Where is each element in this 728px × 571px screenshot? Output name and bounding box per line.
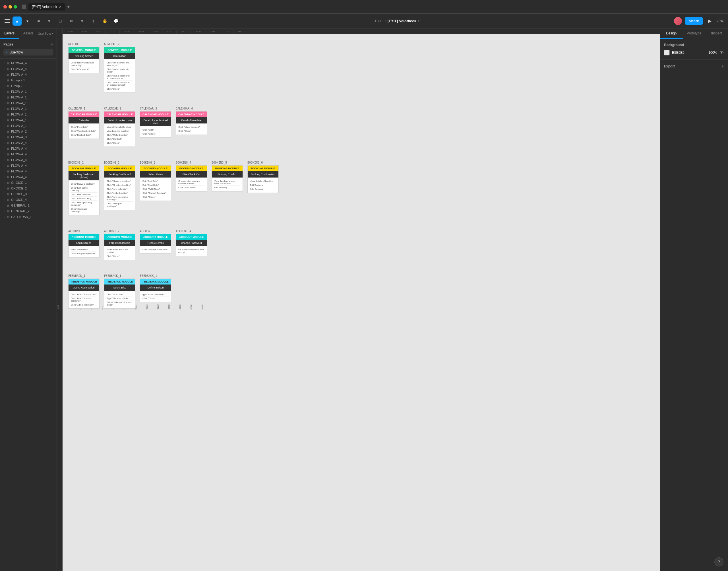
frames-row-account: ACCOUNT_1 ACCOUNT MODULE Login Screen Fi… [68,230,279,260]
tab-close-icon[interactable]: ✕ [59,5,62,9]
layer-item[interactable]: ⠿⊞FLOW-A_4 [0,163,56,168]
frame-account2[interactable]: ACCOUNT_2 ACCOUNT MODULE Forgot Credenti… [104,230,135,260]
shape-tool[interactable]: □ [56,16,65,26]
frame-booking2[interactable]: BOOKING_2 BOOKING MODULE Booking Dashboa… [104,161,135,210]
layer-item-group21[interactable]: ⠿⊞Group 2.1 [0,77,56,83]
frame-booking5[interactable]: BOOKING_5 BOOKING MODULE Booking Conflic… [211,161,243,192]
share-button[interactable]: Share [685,17,703,25]
close-button[interactable] [3,5,7,9]
tab-layers[interactable]: Layers [0,28,19,39]
breadcrumb-file[interactable]: [FYIT] Velotheek [388,19,416,23]
frame-actions: View still available bikes View booking … [104,123,135,146]
maximize-button[interactable] [14,5,17,9]
frame-title: Opening Screen [68,53,99,59]
layer-item-group2[interactable]: ⠿⊞Group 2 [0,83,56,89]
layer-item[interactable]: ⠿⊞FLOW-A_4 [0,72,56,77]
pen-tool[interactable]: ✏ [67,16,76,26]
frame-booking3[interactable]: BOOKING_3 BOOKING MODULE Select Dates Ed… [140,161,171,201]
action-item: Click "Close" [107,141,133,145]
frame-title: Booking Conflict [212,171,243,178]
badge-feedback: FEEDBACK MODULE [104,279,135,284]
comment-tool[interactable]: 💬 [112,16,121,26]
frame-feedback2[interactable]: FEEDBACK_1 FEEDBACK MODULE Select Bike C… [104,274,135,309]
layer-item[interactable]: ⠿⊞FLOW-A_1 [0,123,56,129]
pen-dropdown[interactable]: ▾ [78,16,87,26]
frame-account4[interactable]: ACCOUNT_4 ACCOUNT MODULE Change Password… [176,230,207,256]
tab-assets[interactable]: Assets [19,28,37,39]
layer-item[interactable]: ⠿⊞CHOICE_4 [0,197,56,203]
layer-item[interactable]: ⠿⊞FLOW-A_4 [0,168,56,174]
action-item: Click "view past bookings" [107,202,133,208]
frame-feedback3[interactable]: FEEDBACK_1 FEEDBACK MODULE Define Broken… [140,274,171,302]
frame-account1[interactable]: ACCOUNT_1 ACCOUNT MODULE Login Screen Fi… [68,230,100,257]
layer-item[interactable]: ⠿⊞FLOW-A_4 [0,174,56,180]
canvas-area[interactable]: 3000 3250 3500 3750 4000 4250 4500 4750 … [57,28,660,571]
visibility-icon[interactable]: 👁 [719,50,724,55]
frame-calendar1[interactable]: CALENDAR_1 CALENDAR MODULE Calendar Clic… [68,107,100,139]
layer-item[interactable]: ⠿⊞CHOICE_3 [0,191,56,197]
layer-item[interactable]: ⠿⊞FLOW-A_4 [0,60,56,66]
pages-label: Pages [3,42,13,46]
layer-item[interactable]: ⠿⊞CHOICE_1 [0,180,56,186]
layer-item[interactable]: ⠿⊞FLOW-A_3 [0,134,56,140]
frame-general1[interactable]: GENERAL_1 GENERAL MODULE Opening Screen … [68,43,100,73]
tab-design[interactable]: Design [660,28,683,39]
select-dropdown[interactable]: ▾ [23,16,32,26]
menu-button[interactable] [5,18,10,24]
frame-general2[interactable]: GENERAL_2 GENERAL MODULE Information Cli… [104,43,135,93]
select-tool[interactable]: ▲ [12,16,22,26]
layer-item[interactable]: ⠿⊞FLOW-A_1 [0,117,56,123]
layer-item[interactable]: ⠿⊞FLOW-A_4 [0,157,56,163]
add-page-button[interactable]: + [51,42,53,47]
badge-booking: BOOKING MODULE [140,165,171,171]
hand-tool[interactable]: ✋ [100,16,109,26]
page-userflow[interactable]: ✓ Userflow [3,49,53,55]
action-item: Click "new calendar" [71,193,97,197]
action-item: Click "Edit" [142,128,169,132]
layer-item[interactable]: ⠿⊞GENERAL_1 [0,203,56,208]
avatar[interactable] [674,17,682,25]
frame-booking4[interactable]: BOOKING_4 BOOKING MODULE Bike Check Out … [176,161,207,192]
play-button[interactable]: ▶ [706,17,714,25]
layer-item[interactable]: ⠿⊞FLOW-A_1 [0,95,56,100]
zoom-level[interactable]: 28% [717,19,723,23]
frame-tool[interactable]: # [34,16,43,26]
color-swatch[interactable] [664,50,670,55]
layer-item[interactable]: ⠿⊞FLOW-A_4 [0,151,56,157]
layer-item[interactable]: ⠿⊞FLOW-A_4 [0,140,56,146]
frame-account3[interactable]: ACCOUNT_3 ACCOUNT MODULE Receive email C… [140,230,171,253]
layer-item[interactable]: ⠿⊞FLOW-A_4 [0,66,56,72]
frame-dropdown[interactable]: ▾ [44,16,53,26]
new-tab-button[interactable]: + [66,4,71,10]
layer-item[interactable]: ⠿⊞FLOW-A_1 [0,106,56,112]
file-dropdown-icon[interactable]: ▾ [418,19,419,22]
frame-calendar3[interactable]: CALENDAR_3 CALENDAR MODULE Detail of you… [140,107,171,138]
layer-item[interactable]: ⠿⊞FLOW-A_2 [0,129,56,134]
layer-item[interactable]: ⠿⊞FLOW-A_1 [0,100,56,106]
action-item: View details of booking [250,179,276,183]
layer-item[interactable]: ⠿⊞CHOICE_2 [0,186,56,191]
text-tool[interactable]: T [89,16,98,26]
tab-inspect[interactable]: Inspect [705,28,728,39]
layer-item[interactable]: ⠿⊞CALENDAR_1 [0,214,56,220]
export-add-button[interactable]: + [721,64,724,69]
active-tab[interactable]: [FYIT] Velotheek ✕ [28,3,65,10]
minimize-button[interactable] [9,5,12,9]
tab-prototype[interactable]: Prototype [683,28,706,39]
bg-hex-value[interactable]: E5E5E5 [672,50,685,54]
frame-booking1[interactable]: BOOKING_1 BOOKING MODULE Booking Dashboa… [68,161,100,215]
bg-opacity-value[interactable]: 100% [708,50,717,54]
frame-calendar2[interactable]: CALENDAR_2 CALENDAR MODULE Detail of boo… [104,107,135,147]
export-row: Export + [664,64,724,69]
frame-booking6[interactable]: BOOKING_6 BOOKING MODULE Booking Confirm… [248,161,279,193]
frame-feedback1[interactable]: FEEDBACK_1 FEEDBACK MODULE Active Reserv… [68,274,100,309]
tab-userflow[interactable]: Userflow ▾ [38,28,56,39]
breadcrumb-project[interactable]: FYIT [375,19,383,23]
layer-item[interactable]: ⠿⊞FLOW-A_1 [0,112,56,117]
layer-item[interactable]: ⠿⊞GENERAL_2 [0,208,56,214]
frame-calendar4[interactable]: CALENDAR_4 CALENDAR MODULE Detail of fre… [176,107,207,135]
help-button[interactable]: ? [714,557,723,566]
background-section: Background E5E5E5 100% 👁 [660,39,728,60]
layer-item[interactable]: ⠿⊞FLOW-A_1 [0,89,56,95]
layer-item[interactable]: ⠿⊞FLOW-A_4 [0,146,56,151]
